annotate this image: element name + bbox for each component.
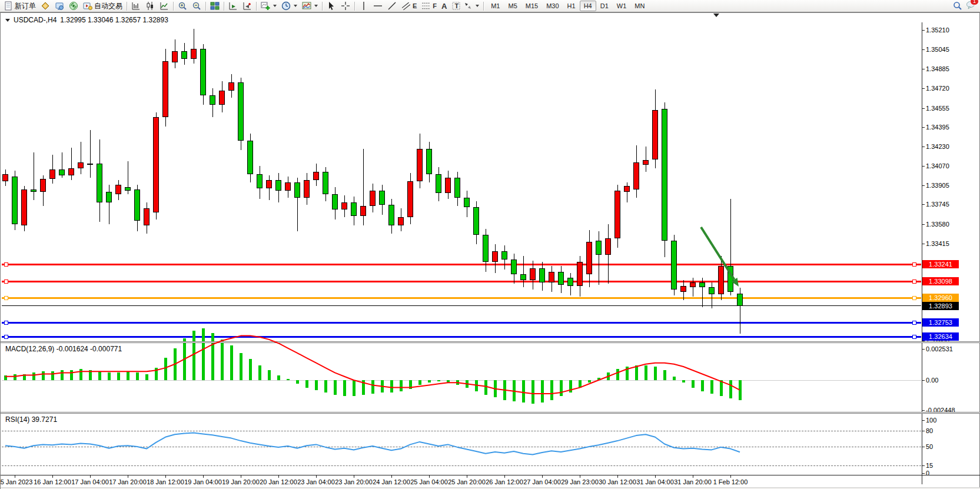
crosshair-button[interactable] bbox=[338, 1, 353, 12]
macd-histogram-bar bbox=[277, 375, 280, 380]
line-endpoint-marker[interactable] bbox=[912, 280, 916, 284]
toolbar-right-group: 1 bbox=[953, 0, 979, 12]
horizontal-line-object[interactable] bbox=[2, 281, 921, 282]
candle-body bbox=[172, 51, 178, 62]
time-axis-label: 31 Jan 04:00 bbox=[636, 478, 674, 485]
equidistant-channel-button[interactable]: E bbox=[399, 1, 419, 12]
signals-icon bbox=[69, 1, 78, 11]
line-endpoint-marker[interactable] bbox=[4, 262, 8, 267]
candle-body bbox=[445, 178, 451, 193]
chart-shift-button[interactable] bbox=[240, 1, 254, 12]
macd-histogram-bar bbox=[390, 380, 393, 392]
market-watch-button[interactable] bbox=[38, 1, 52, 12]
channel-icon bbox=[401, 1, 411, 11]
candle-body bbox=[520, 274, 526, 280]
timeframe-button-m5[interactable]: M5 bbox=[504, 1, 521, 11]
notification-badge: 1 bbox=[970, 0, 979, 5]
zoom-out-button[interactable] bbox=[190, 1, 204, 12]
candle-body bbox=[31, 189, 36, 192]
autotrading-button[interactable]: 自动交易 bbox=[81, 1, 125, 12]
vertical-line-button[interactable] bbox=[357, 1, 371, 12]
arrows-button[interactable] bbox=[461, 1, 481, 12]
line-endpoint-marker[interactable] bbox=[4, 296, 8, 300]
chart-shift-icon bbox=[242, 1, 252, 11]
auto-scroll-button[interactable] bbox=[226, 1, 240, 12]
macd-histogram-bar bbox=[400, 380, 403, 391]
line-endpoint-marker[interactable] bbox=[912, 262, 916, 267]
toolbar-separator bbox=[322, 2, 323, 11]
timeframe-button-h1[interactable]: H1 bbox=[563, 1, 580, 11]
line-endpoint-marker[interactable] bbox=[4, 280, 8, 284]
chart-panes[interactable]: 1.352101.350451.348851.347201.345551.343… bbox=[1, 13, 979, 488]
candle-body bbox=[228, 82, 234, 91]
timeframe-button-mn[interactable]: MN bbox=[630, 1, 649, 11]
timeframe-button-m15[interactable]: M15 bbox=[521, 1, 542, 11]
fibonacci-button[interactable]: F bbox=[419, 1, 439, 12]
tile-windows-button[interactable] bbox=[208, 1, 222, 12]
search-icon[interactable] bbox=[953, 1, 962, 11]
new-order-button[interactable]: 新订单 bbox=[1, 1, 38, 12]
bar-chart-button[interactable] bbox=[129, 1, 143, 12]
macd-histogram-bar bbox=[597, 378, 600, 380]
line-endpoint-marker[interactable] bbox=[912, 296, 916, 300]
candle-body bbox=[162, 61, 168, 117]
macd-zero-line bbox=[2, 380, 921, 381]
chart-window[interactable]: USDCAD-,H4 1.32995 1.33046 1.32657 1.328… bbox=[0, 12, 980, 489]
line-endpoint-marker[interactable] bbox=[912, 335, 916, 339]
macd-histogram-bar bbox=[4, 375, 7, 380]
expert-advisors-button[interactable] bbox=[52, 1, 67, 12]
timeframe-button-m1[interactable]: M1 bbox=[487, 1, 504, 11]
trendline-button[interactable] bbox=[385, 1, 399, 12]
time-axis-label: 24 Jan 12:00 bbox=[373, 478, 410, 485]
candle-body bbox=[370, 191, 376, 206]
horizontal-line-object[interactable] bbox=[2, 322, 921, 324]
candle-body bbox=[662, 109, 667, 241]
timeframe-button-w1[interactable]: W1 bbox=[613, 1, 631, 11]
zoom-in-button[interactable] bbox=[175, 1, 190, 12]
timeframe-button-h4[interactable]: H4 bbox=[580, 1, 596, 11]
timeframe-button-m30[interactable]: M30 bbox=[542, 1, 563, 11]
chevron-down-icon bbox=[476, 5, 479, 7]
macd-pane-separator[interactable] bbox=[1, 341, 980, 343]
time-axis-label: 26 Jan 12:00 bbox=[486, 478, 523, 485]
add-indicator-icon bbox=[261, 1, 270, 11]
horizontal-line-button[interactable] bbox=[371, 1, 385, 12]
candlestick-chart-button[interactable] bbox=[143, 1, 157, 12]
candle-body bbox=[501, 251, 507, 260]
text-button[interactable]: A bbox=[439, 1, 449, 12]
macd-histogram-bar bbox=[230, 345, 233, 380]
macd-histogram-bar bbox=[692, 380, 695, 388]
line-endpoint-marker[interactable] bbox=[4, 335, 8, 339]
timeframe-button-d1[interactable]: D1 bbox=[596, 1, 613, 11]
cursor-button[interactable] bbox=[324, 1, 338, 12]
macd-histogram-bar bbox=[211, 333, 214, 380]
candle-body bbox=[539, 268, 545, 282]
horizontal-line-object[interactable] bbox=[2, 264, 921, 265]
macd-histogram-bar bbox=[616, 369, 619, 380]
candle-body bbox=[586, 242, 592, 274]
macd-histogram-bar bbox=[550, 380, 553, 400]
horizontal-line-object[interactable] bbox=[2, 297, 921, 299]
horizontal-line-object[interactable] bbox=[2, 336, 921, 338]
rsi-pane-separator[interactable] bbox=[1, 412, 980, 414]
periods-button[interactable] bbox=[279, 1, 300, 12]
candle-body bbox=[266, 180, 272, 188]
candle-body bbox=[323, 172, 328, 194]
time-axis-label: 19 Jan 20:00 bbox=[222, 478, 260, 485]
macd-histogram-bar bbox=[89, 370, 92, 380]
horizontal-line-object[interactable] bbox=[2, 305, 921, 306]
line-endpoint-marker[interactable] bbox=[4, 321, 8, 325]
notifications-button[interactable]: 1 bbox=[966, 0, 975, 12]
macd-histogram-bar bbox=[701, 380, 704, 391]
candle-body bbox=[304, 180, 310, 198]
macd-histogram-bar bbox=[362, 380, 365, 395]
macd-label: MACD(12,26,9) -0.001624 -0.000771 bbox=[5, 345, 122, 353]
line-chart-button[interactable] bbox=[157, 1, 171, 12]
line-endpoint-marker[interactable] bbox=[912, 321, 916, 325]
macd-histogram-bar bbox=[353, 380, 356, 396]
indicators-button[interactable] bbox=[258, 1, 279, 12]
signals-button[interactable] bbox=[67, 1, 81, 12]
text-label-button[interactable]: T bbox=[449, 1, 461, 12]
templates-button[interactable] bbox=[300, 1, 320, 12]
candle-wick bbox=[646, 147, 646, 171]
